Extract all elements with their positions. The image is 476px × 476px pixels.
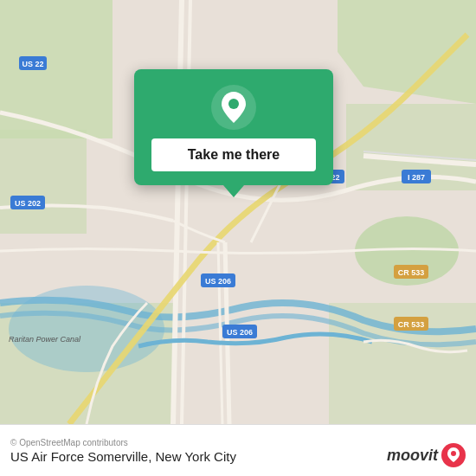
svg-text:US 22: US 22 [22, 60, 43, 68]
svg-rect-2 [0, 130, 87, 234]
svg-point-32 [228, 99, 239, 109]
map-container: US 22 US 22 US 202 I 287 US 206 US 206 C… [0, 0, 476, 424]
take-me-there-button[interactable]: Take me there [151, 138, 316, 171]
moovit-logo: moovit [387, 443, 466, 467]
svg-text:I 287: I 287 [408, 173, 425, 182]
popup-card: Take me there [134, 69, 333, 185]
svg-text:US 202: US 202 [15, 199, 41, 208]
svg-text:CR 533: CR 533 [398, 320, 425, 329]
moovit-icon [441, 443, 466, 467]
bottom-bar: © OpenStreetMap contributors US Air Forc… [0, 424, 476, 476]
svg-text:CR 533: CR 533 [398, 268, 425, 277]
moovit-text: moovit [387, 447, 438, 465]
location-pin-icon [211, 85, 256, 130]
svg-text:US 206: US 206 [205, 277, 231, 286]
svg-text:Raritan Power Canal: Raritan Power Canal [9, 335, 81, 344]
svg-text:US 206: US 206 [227, 328, 253, 337]
svg-point-34 [451, 451, 456, 456]
